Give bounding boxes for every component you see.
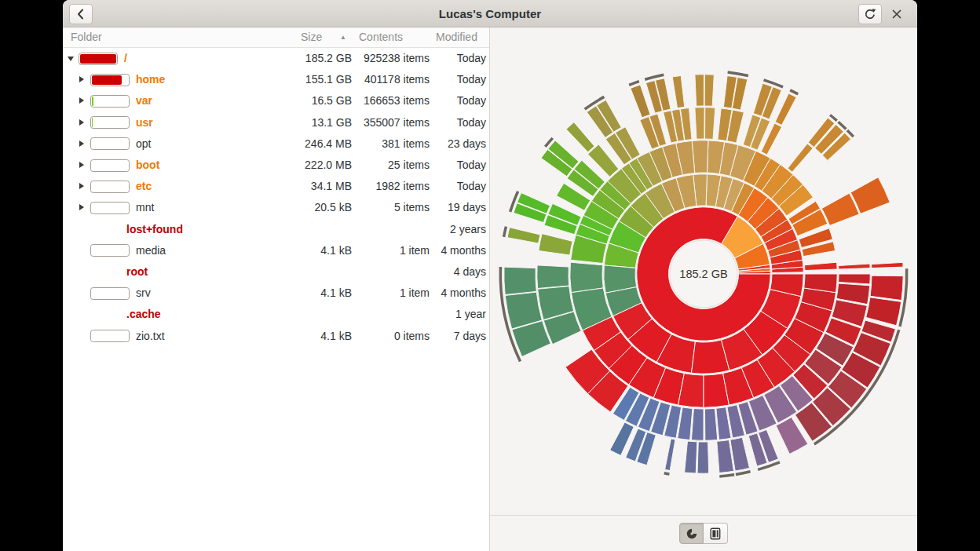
usage-bar-fill (80, 54, 116, 64)
cell-modified: Today (384, 112, 486, 133)
ring-segment[interactable] (705, 108, 715, 140)
ring-segment[interactable] (570, 262, 603, 293)
ring-segment[interactable] (631, 85, 650, 118)
usage-bar-icon (90, 116, 130, 129)
column-header-contents[interactable]: Contents (359, 27, 403, 47)
table-row[interactable]: media4.1 kB1 item4 months (63, 240, 489, 261)
expander-closed-icon[interactable] (79, 162, 84, 168)
chart-pane: 185.2 GB (490, 27, 917, 551)
ring-segment[interactable] (839, 264, 870, 269)
folder-name[interactable]: zio.txt (136, 326, 165, 347)
folder-name[interactable]: usr (136, 112, 153, 133)
table-row[interactable]: lost+found2 years (63, 219, 489, 240)
ring-segment[interactable] (685, 441, 697, 473)
table-row[interactable]: /185.2 GB925238 itemsToday (63, 48, 489, 69)
table-row[interactable]: mnt20.5 kB5 items19 days (63, 197, 489, 218)
treemap-chart-icon (709, 527, 722, 540)
ring-segment[interactable] (872, 262, 903, 268)
sort-ascending-icon[interactable]: ▲ (340, 27, 346, 47)
cell-modified: 7 days (384, 326, 486, 347)
ring-segment[interactable] (665, 439, 675, 471)
more-contents-cap (503, 226, 507, 237)
column-header-size[interactable]: Size (301, 27, 322, 47)
ring-segment[interactable] (788, 144, 813, 172)
table-row[interactable]: opt246.4 MB381 items23 days (63, 133, 489, 155)
expander-closed-icon[interactable] (79, 140, 84, 147)
expander-closed-icon[interactable] (79, 119, 84, 126)
refresh-icon (864, 8, 876, 20)
ring-segment[interactable] (672, 75, 685, 108)
usage-bar-icon (79, 53, 118, 65)
folder-name[interactable]: etc (136, 176, 152, 197)
ring-segment[interactable] (870, 276, 903, 300)
ring-segment[interactable] (539, 234, 572, 255)
usage-bar-icon (90, 244, 130, 257)
ring-segment[interactable] (866, 297, 901, 326)
folder-name[interactable]: home (136, 69, 165, 90)
expander-closed-icon[interactable] (79, 76, 84, 82)
folder-name[interactable]: media (136, 240, 166, 261)
ring-segment[interactable] (695, 75, 704, 106)
folder-name[interactable]: srv (136, 283, 151, 304)
table-row[interactable]: zio.txt4.1 kB0 items7 days (63, 326, 489, 347)
folder-name[interactable]: lost+found (126, 219, 183, 240)
rings-chart-icon (686, 527, 698, 540)
ring-segment[interactable] (504, 267, 536, 294)
ring-segment[interactable] (695, 108, 704, 139)
baobab-window: Lucas's Computer Folder (63, 0, 917, 551)
table-row[interactable]: .cache1 year (63, 304, 489, 325)
cell-modified: Today (384, 48, 486, 69)
usage-bar-icon (90, 95, 130, 108)
folder-name[interactable]: root (126, 261, 148, 283)
table-row[interactable]: root4 days (63, 261, 489, 283)
table-row[interactable]: boot222.0 MB25 itemsToday (63, 155, 489, 176)
ring-segment[interactable] (839, 274, 871, 284)
rings-chart[interactable]: 185.2 GB (490, 27, 917, 515)
ring-segment[interactable] (691, 409, 704, 441)
ring-segment[interactable] (537, 265, 569, 289)
ring-segment[interactable] (507, 228, 540, 243)
folder-name[interactable]: boot (136, 155, 159, 176)
expander-closed-icon[interactable] (79, 183, 84, 189)
cell-modified: Today (384, 176, 486, 197)
column-header-folder[interactable]: Folder (71, 27, 102, 47)
usage-bar-fill (92, 118, 93, 127)
folder-name[interactable]: var (136, 90, 152, 111)
ring-segment[interactable] (697, 442, 709, 473)
expander-open-icon[interactable] (68, 57, 74, 61)
cell-modified: Today (384, 69, 486, 90)
table-row[interactable]: var16.5 GB166653 itemsToday (63, 90, 489, 111)
ring-segment[interactable] (705, 408, 718, 440)
folder-name[interactable]: mnt (136, 197, 154, 218)
cell-modified: Today (384, 90, 486, 111)
rings-chart-button[interactable] (679, 523, 704, 544)
back-button[interactable] (69, 4, 93, 24)
ring-segment[interactable] (805, 262, 838, 270)
table-row[interactable]: home155.1 GB401178 itemsToday (63, 69, 489, 90)
window-title: Lucas's Computer (63, 0, 917, 27)
tree-rows: /185.2 GB925238 itemsTodayhome155.1 GB40… (63, 48, 489, 551)
usage-bar-icon (90, 202, 130, 214)
usage-bar-icon (90, 159, 130, 172)
folder-name[interactable]: opt (136, 133, 151, 155)
folder-name[interactable]: / (124, 48, 127, 69)
ring-segment[interactable] (566, 122, 594, 152)
folder-tree-pane: Folder Size ▲ Contents Modified /185.2 G… (63, 27, 490, 551)
chart-center-label: 185.2 GB (679, 268, 727, 280)
expander-closed-icon[interactable] (79, 204, 84, 210)
table-row[interactable]: etc34.1 MB1982 itemsToday (63, 176, 489, 197)
folder-name[interactable]: .cache (126, 304, 161, 325)
titlebar: Lucas's Computer (63, 0, 917, 27)
cell-modified: 4 days (384, 261, 486, 283)
expander-closed-icon[interactable] (79, 97, 84, 104)
treemap-chart-button[interactable] (704, 523, 728, 544)
more-contents-cap (736, 470, 751, 476)
close-icon (892, 9, 901, 19)
ring-segment[interactable] (704, 75, 714, 106)
refresh-button[interactable] (858, 4, 882, 24)
table-row[interactable]: usr13.1 GB355007 itemsToday (63, 112, 489, 133)
column-header-modified[interactable]: Modified (436, 27, 477, 47)
table-row[interactable]: srv4.1 kB1 item4 months (63, 283, 489, 304)
cell-modified: 1 year (384, 304, 486, 325)
close-button[interactable] (887, 4, 907, 24)
